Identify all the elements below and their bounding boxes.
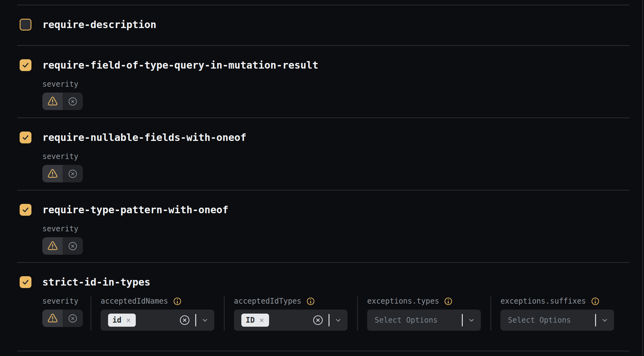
info-icon[interactable] [444,297,452,305]
rule-row-require-type-pattern-with-oneof: require-type-pattern-with-oneof severity [17,190,629,262]
severity-toggle-group [42,93,83,110]
warning-triangle-icon [47,313,58,324]
severity-warn-button[interactable] [42,310,63,327]
dropdown-toggle[interactable] [468,316,475,324]
rule-title: require-nullable-fields-with-oneof [42,132,246,143]
severity-off-button[interactable] [63,93,83,110]
field-divider [595,314,596,326]
checkmark-icon [21,278,30,286]
rule-checkbox[interactable] [20,276,31,288]
tag-chip: ID [241,314,269,327]
x-circle-icon [68,97,78,106]
rule-checkbox[interactable] [20,204,31,216]
select-placeholder: Select Options [375,316,438,325]
severity-warn-button[interactable] [42,165,63,182]
select-placeholder: Select Options [508,316,571,325]
rule-checkbox[interactable] [20,132,31,143]
clear-x-circle-icon [179,315,190,326]
rule-row-strict-id-in-types: strict-id-in-types severity [17,262,629,351]
option-column-acceptedIdTypes: acceptedIdTypes ID [225,296,357,331]
info-icon[interactable] [591,297,599,305]
clear-selection-button[interactable] [312,315,324,326]
multiselect-exceptions-suffixes[interactable]: Select Options [500,310,614,331]
severity-off-button[interactable] [63,165,83,182]
severity-warn-button[interactable] [42,93,63,110]
severity-toggle-group [42,165,83,182]
option-label: exceptions.types [367,297,439,305]
rule-title: require-description [42,19,156,31]
dropdown-toggle[interactable] [201,316,209,324]
option-column-acceptedIdNames: acceptedIdNames id [91,296,224,331]
option-label: exceptions.suffixes [500,297,586,305]
checkmark-icon [21,133,30,142]
rule-row-require-nullable-fields-with-oneof: require-nullable-fields-with-oneof sever… [17,118,629,190]
rule-row-require-description: require-description [17,5,629,45]
field-divider [195,314,196,326]
remove-tag-x-icon[interactable] [125,317,131,323]
checkmark-icon [21,206,30,214]
chevron-down-icon [334,316,342,324]
checkmark-icon [21,61,30,69]
info-icon[interactable] [306,297,315,305]
x-circle-icon [68,241,78,251]
tag-chip-label: ID [246,316,255,325]
rule-title: require-type-pattern-with-oneof [42,204,228,216]
severity-column: severity [42,296,83,331]
rule-checkbox[interactable] [20,19,31,31]
warning-triangle-icon [47,240,58,252]
field-divider [329,314,329,326]
multiselect-acceptedIdNames[interactable]: id [101,310,214,331]
severity-toggle-group [42,310,83,327]
scrollbar[interactable] [642,0,643,356]
option-column-exceptions-suffixes: exceptions.suffixes Select Options [491,296,624,331]
option-label: acceptedIdTypes [234,297,301,305]
option-label: acceptedIdNames [101,297,168,305]
severity-off-button[interactable] [63,310,83,327]
rule-checkbox[interactable] [20,59,31,71]
clear-selection-button[interactable] [179,315,190,326]
field-divider [462,314,463,326]
clear-x-circle-icon [312,315,324,326]
severity-label: severity [42,152,78,161]
chevron-down-icon [201,316,209,324]
dropdown-toggle[interactable] [334,316,342,324]
rule-title: strict-id-in-types [42,276,150,288]
multiselect-exceptions-types[interactable]: Select Options [367,310,481,331]
severity-label: severity [42,80,78,89]
dropdown-toggle[interactable] [601,316,608,324]
option-column-exceptions-types: exceptions.types Select Options [358,296,490,331]
x-circle-icon [68,314,78,323]
severity-warn-button[interactable] [42,237,63,255]
severity-label: severity [42,224,78,233]
tag-chip-label: id [112,316,121,325]
severity-toggle-group [42,237,83,255]
multiselect-acceptedIdTypes[interactable]: ID [234,310,348,331]
chevron-down-icon [601,316,608,324]
x-circle-icon [68,169,78,179]
warning-triangle-icon [47,96,58,107]
severity-label: severity [42,297,78,305]
info-icon[interactable] [173,297,182,305]
rules-config-panel: require-description require-field-of-typ… [17,5,629,351]
severity-off-button[interactable] [63,237,83,255]
warning-triangle-icon [47,168,58,179]
chevron-down-icon [468,316,475,324]
remove-tag-x-icon[interactable] [259,317,265,323]
rule-title: require-field-of-type-query-in-mutation-… [42,59,318,71]
rule-row-require-field-of-type-query-in-mutation-result: require-field-of-type-query-in-mutation-… [17,45,629,118]
tag-chip: id [108,314,136,327]
